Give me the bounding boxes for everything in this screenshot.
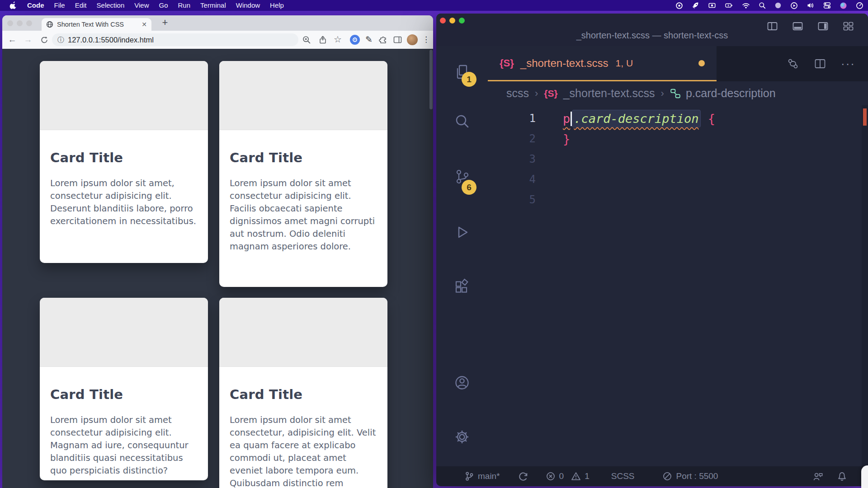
card: Card Title Lorem ipsum dolor sit amet, c… bbox=[40, 61, 208, 263]
sync-status[interactable] bbox=[518, 471, 528, 482]
menubar-item-edit[interactable]: Edit bbox=[70, 0, 92, 11]
siri-icon[interactable] bbox=[840, 2, 847, 9]
search-icon[interactable] bbox=[453, 113, 471, 131]
editor-scrollbar[interactable] bbox=[862, 105, 868, 466]
open-changes-icon[interactable] bbox=[787, 57, 799, 70]
url-bar[interactable]: ⓘ 127.0.0.1:5500/index.html bbox=[52, 33, 298, 46]
menubar-item-go[interactable]: Go bbox=[154, 0, 173, 11]
tab-filename: _shorten-text.scss bbox=[520, 57, 609, 70]
profile-avatar[interactable] bbox=[407, 34, 418, 45]
vscode-zoom-button[interactable] bbox=[459, 18, 465, 23]
chrome-minimize-button[interactable] bbox=[17, 20, 23, 26]
code-line-2: } bbox=[563, 129, 715, 149]
problems-status[interactable]: 0 1 bbox=[546, 471, 590, 481]
breadcrumb-folder[interactable]: scss bbox=[506, 87, 529, 100]
toggle-sidebar-icon[interactable] bbox=[766, 20, 778, 32]
bookmark-star-icon[interactable]: ☆ bbox=[334, 34, 342, 45]
menubar-item-run[interactable]: Run bbox=[173, 0, 196, 11]
menubar-item-code[interactable]: Code bbox=[22, 0, 49, 11]
card-image-placeholder bbox=[219, 61, 387, 130]
activity-bar: 1 6 bbox=[436, 46, 488, 466]
git-branch-icon bbox=[464, 471, 474, 481]
pencil-extension-icon[interactable]: ✎ bbox=[365, 34, 373, 45]
chevron-right-icon: › bbox=[661, 88, 664, 99]
code-token-tag: p bbox=[563, 112, 570, 126]
overview-ruler-warning-mark bbox=[863, 108, 867, 126]
line-number: 5 bbox=[500, 190, 536, 210]
split-editor-icon[interactable] bbox=[814, 57, 826, 70]
more-actions-icon[interactable]: ··· bbox=[841, 57, 855, 71]
git-branch-status[interactable]: main* bbox=[464, 471, 500, 481]
code-line-1: p.card-description { bbox=[563, 108, 715, 129]
tab-close-icon[interactable]: ✕ bbox=[142, 21, 147, 28]
reload-button[interactable] bbox=[38, 36, 50, 44]
record-target-icon[interactable] bbox=[675, 2, 683, 9]
warnings-icon bbox=[571, 471, 581, 481]
code-token-close-brace: } bbox=[563, 132, 570, 146]
control-center-icon[interactable] bbox=[823, 2, 831, 9]
run-debug-icon[interactable] bbox=[453, 223, 471, 241]
branch-name: main* bbox=[478, 471, 500, 481]
forward-button[interactable]: → bbox=[22, 35, 34, 45]
extensions-puzzle-icon[interactable] bbox=[379, 35, 388, 45]
rocket-icon[interactable] bbox=[692, 2, 699, 9]
vscode-close-button[interactable] bbox=[440, 18, 446, 23]
breadcrumb-symbol[interactable]: p.card-description bbox=[686, 87, 776, 100]
menubar-item-help[interactable]: Help bbox=[265, 0, 289, 11]
chrome-menu-kebab-icon[interactable]: ⋮ bbox=[422, 35, 430, 44]
vscode-window: _shorten-text.scss — shorten-text-css {S… bbox=[436, 14, 868, 486]
menubar-item-window[interactable]: Window bbox=[231, 0, 265, 11]
battery-charging-icon[interactable] bbox=[725, 2, 733, 9]
card-title: Card Title bbox=[50, 387, 198, 402]
search-icon[interactable] bbox=[759, 2, 766, 9]
new-tab-button[interactable]: + bbox=[159, 16, 171, 29]
modified-dot-icon[interactable] bbox=[698, 60, 705, 66]
share-icon[interactable] bbox=[318, 35, 327, 44]
breadcrumbs: scss › {S} _shorten-text.scss › p.card-d… bbox=[488, 81, 868, 105]
card-description: Lorem ipsum dolor sit amet, consectetur … bbox=[50, 177, 198, 228]
card: Card Title Lorem ipsum dolor sit amet co… bbox=[40, 298, 208, 480]
live-server-port[interactable]: Port : 5500 bbox=[662, 471, 718, 481]
site-info-icon[interactable]: ⓘ bbox=[57, 36, 64, 44]
settings-gear-icon[interactable] bbox=[453, 428, 471, 446]
screen-mirror-icon[interactable] bbox=[708, 2, 716, 9]
back-button[interactable]: ← bbox=[6, 35, 18, 45]
page-scrollbar-thumb[interactable] bbox=[429, 50, 433, 109]
customize-layout-icon[interactable] bbox=[842, 20, 854, 32]
errors-icon bbox=[546, 471, 556, 481]
extensions-icon[interactable] bbox=[453, 278, 471, 296]
editor-tab-shorten-text[interactable]: {S} _shorten-text.scss 1, U bbox=[488, 46, 717, 81]
toggle-panel-icon[interactable] bbox=[792, 20, 804, 32]
play-circle-icon[interactable] bbox=[790, 2, 798, 9]
chrome-tab[interactable]: Shorten Text With CSS ✕ bbox=[42, 18, 151, 31]
chrome-tab-title: Shorten Text With CSS bbox=[57, 21, 139, 28]
menubar-item-terminal[interactable]: Terminal bbox=[195, 0, 231, 11]
zoom-page-icon[interactable] bbox=[302, 35, 311, 44]
toggle-secondary-sidebar-icon[interactable] bbox=[817, 20, 829, 32]
breadcrumb-file[interactable]: _shorten-text.scss bbox=[563, 87, 655, 100]
language-mode[interactable]: SCSS bbox=[611, 471, 635, 481]
menubar-item-view[interactable]: View bbox=[129, 0, 154, 11]
chevron-right-icon: › bbox=[535, 88, 538, 99]
feedback-status[interactable] bbox=[813, 471, 823, 482]
volume-icon[interactable] bbox=[807, 2, 815, 9]
explorer-badge: 1 bbox=[462, 72, 476, 87]
vscode-minimize-button[interactable] bbox=[449, 18, 455, 23]
code-editor[interactable]: 1 2 3 4 5 p.card-description { } bbox=[488, 105, 868, 466]
macos-menubar: Code File Edit Selection View Go Run Ter… bbox=[0, 0, 868, 11]
account-icon[interactable] bbox=[453, 374, 471, 392]
extension-blue-icon[interactable] bbox=[350, 35, 360, 45]
wifi-icon[interactable] bbox=[742, 2, 750, 9]
chrome-zoom-button[interactable] bbox=[26, 20, 32, 26]
chrome-close-button[interactable] bbox=[7, 20, 13, 26]
line-number: 3 bbox=[500, 149, 536, 169]
apple-menu-icon[interactable] bbox=[10, 2, 17, 9]
menubar-item-file[interactable]: File bbox=[49, 0, 70, 11]
clock-icon[interactable] bbox=[856, 2, 863, 9]
feedback-person-icon bbox=[813, 471, 823, 482]
side-panel-icon[interactable] bbox=[393, 35, 402, 45]
card: Card Title Lorem ipsum dolor sit amet co… bbox=[219, 61, 387, 287]
notifications-status[interactable] bbox=[837, 471, 847, 482]
dot-icon[interactable] bbox=[774, 2, 782, 9]
menubar-item-selection[interactable]: Selection bbox=[92, 0, 130, 11]
